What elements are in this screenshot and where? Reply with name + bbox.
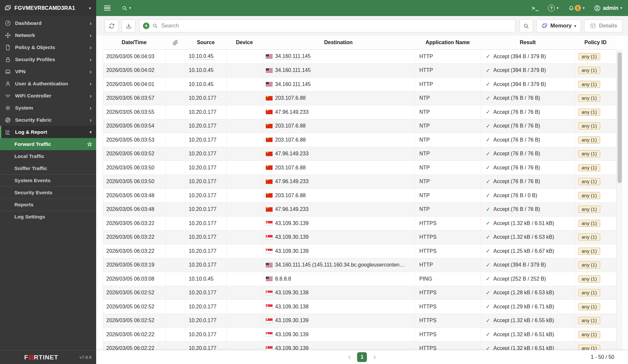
column-header-datetime[interactable]: Date/Time: [103, 36, 166, 49]
source-ip[interactable]: 10.10.0.45: [189, 53, 214, 60]
current-page-button[interactable]: 1: [357, 352, 367, 362]
destination-ip[interactable]: 34.160.111.145 (145.111.160.34.bc.google…: [275, 262, 405, 268]
destination-ip[interactable]: 43.109.30.139: [275, 234, 308, 240]
policy-badge[interactable]: any (1): [578, 53, 600, 60]
sidebar-item-security-events[interactable]: Security Events: [0, 186, 96, 199]
source-ip[interactable]: 10.20.0.177: [189, 290, 217, 296]
sidebar-item-security-profiles[interactable]: Security Profiles ›: [0, 53, 96, 65]
destination-ip[interactable]: 203.107.6.88: [275, 165, 305, 171]
help-menu[interactable]: ? ▾: [548, 5, 559, 11]
search-input[interactable]: [161, 22, 512, 29]
sidebar-item-wifi-controller[interactable]: WiFi Controller ›: [0, 90, 96, 102]
policy-badge[interactable]: any (1): [578, 95, 600, 102]
table-row[interactable]: 2026/03/05 06:04:03 10.10.0.45 34.160.11…: [103, 50, 616, 64]
policy-badge[interactable]: any (1): [578, 122, 600, 130]
sidebar-item-user-authentication[interactable]: User & Authentication ›: [0, 78, 96, 90]
policy-badge[interactable]: any (1): [578, 67, 600, 74]
destination-ip[interactable]: 43.109.30.139: [275, 248, 308, 254]
destination-ip[interactable]: 34.160.111.145: [275, 67, 311, 73]
policy-badge[interactable]: any (1): [578, 303, 600, 310]
destination-ip[interactable]: 47.96.149.233: [275, 109, 308, 115]
table-row[interactable]: 2026/03/05 06:03:48 10.20.0.177 203.107.…: [103, 189, 616, 203]
sidebar-item-log-report[interactable]: Log & Report ▾: [0, 126, 96, 138]
sidebar-item-dashboard[interactable]: Dashboard ›: [0, 17, 96, 29]
source-ip[interactable]: 10.20.0.177: [189, 345, 217, 350]
sidebar-item-local-traffic[interactable]: Local Traffic: [0, 150, 96, 162]
source-ip[interactable]: 10.20.0.177: [189, 179, 217, 184]
column-header-attachment[interactable]: [166, 36, 185, 49]
table-row[interactable]: 2026/03/05 06:03:57 10.20.0.177 203.107.…: [103, 92, 616, 106]
details-button[interactable]: Details: [584, 19, 623, 32]
policy-badge[interactable]: any (1): [578, 317, 600, 324]
sidebar-item-system[interactable]: System ›: [0, 102, 96, 114]
destination-ip[interactable]: 43.109.30.139: [275, 345, 308, 350]
destination-ip[interactable]: 43.109.30.138: [275, 290, 308, 296]
table-row[interactable]: 2026/03/05 06:02:52 10.20.0.177 43.109.3…: [103, 314, 616, 328]
policy-badge[interactable]: any (1): [578, 164, 600, 171]
sidebar-item-vpn[interactable]: VPN ›: [0, 65, 96, 78]
destination-ip[interactable]: 47.96.149.233: [275, 179, 308, 184]
table-row[interactable]: 2026/03/05 06:03:22 10.20.0.177 43.109.3…: [103, 217, 616, 231]
destination-ip[interactable]: 203.107.6.88: [275, 123, 305, 129]
table-row[interactable]: 2026/03/05 06:03:22 10.20.0.177 43.109.3…: [103, 244, 616, 258]
destination-ip[interactable]: 34.160.111.145: [275, 53, 311, 60]
policy-badge[interactable]: any (1): [578, 289, 600, 296]
sidebar-item-system-events[interactable]: System Events: [0, 174, 96, 186]
global-search-button[interactable]: ▾: [122, 5, 131, 11]
source-ip[interactable]: 10.20.0.177: [189, 332, 217, 338]
source-ip[interactable]: 10.20.0.177: [189, 318, 217, 323]
policy-badge[interactable]: any (1): [578, 178, 600, 185]
table-row[interactable]: 2026/03/05 06:03:22 10.20.0.177 43.109.3…: [103, 231, 616, 245]
policy-badge[interactable]: any (1): [578, 345, 600, 350]
policy-badge[interactable]: any (1): [578, 248, 600, 255]
sidebar-item-log-settings[interactable]: Log Settings: [0, 211, 96, 223]
table-row[interactable]: 2026/03/05 06:03:55 10.20.0.177 47.96.14…: [103, 105, 616, 119]
source-ip[interactable]: 10.20.0.177: [189, 262, 217, 268]
destination-ip[interactable]: 43.109.30.138: [275, 304, 308, 310]
table-scrollbar[interactable]: [616, 50, 623, 350]
column-header-destination[interactable]: Destination: [262, 36, 414, 49]
policy-badge[interactable]: any (1): [578, 109, 600, 116]
source-ip[interactable]: 10.20.0.177: [189, 109, 217, 115]
source-ip[interactable]: 10.20.0.177: [189, 95, 217, 101]
source-ip[interactable]: 10.20.0.177: [189, 220, 217, 226]
source-ip[interactable]: 10.20.0.177: [189, 151, 217, 157]
source-ip[interactable]: 10.20.0.177: [189, 304, 217, 310]
star-icon[interactable]: ☆: [87, 141, 92, 148]
source-ip[interactable]: 10.20.0.177: [189, 193, 217, 199]
table-row[interactable]: 2026/03/05 06:03:53 10.20.0.177 203.107.…: [103, 133, 616, 147]
destination-ip[interactable]: 203.107.6.88: [275, 95, 305, 101]
source-ip[interactable]: 10.10.0.45: [189, 67, 214, 73]
policy-badge[interactable]: any (1): [578, 81, 600, 88]
column-header-result[interactable]: Result: [481, 36, 575, 49]
add-filter-icon[interactable]: +: [143, 23, 149, 29]
policy-badge[interactable]: any (1): [578, 150, 600, 157]
source-ip[interactable]: 10.20.0.177: [189, 137, 217, 143]
notifications-menu[interactable]: 1 ▾: [568, 5, 585, 11]
destination-ip[interactable]: 203.107.6.88: [275, 193, 305, 199]
table-row[interactable]: 2026/03/05 06:03:50 10.20.0.177 47.96.14…: [103, 175, 616, 189]
policy-badge[interactable]: any (1): [578, 331, 600, 338]
table-row[interactable]: 2026/03/05 06:04:02 10.10.0.45 34.160.11…: [103, 64, 616, 78]
table-row[interactable]: 2026/03/05 06:02:52 10.20.0.177 43.109.3…: [103, 286, 616, 300]
destination-ip[interactable]: 47.96.149.233: [275, 151, 308, 157]
cli-console-icon[interactable]: >_: [532, 5, 539, 11]
table-row[interactable]: 2026/03/05 06:03:19 10.20.0.177 34.160.1…: [103, 258, 616, 272]
sidebar-item-network[interactable]: Network ›: [0, 29, 96, 41]
source-ip[interactable]: 10.20.0.177: [189, 206, 217, 212]
table-row[interactable]: 2026/03/05 06:04:01 10.10.0.45 34.160.11…: [103, 78, 616, 92]
sidebar-item-sniffer-traffic[interactable]: Sniffer Traffic: [0, 162, 96, 174]
table-row[interactable]: 2026/03/05 06:03:48 10.20.0.177 47.96.14…: [103, 203, 616, 217]
scrollbar-thumb[interactable]: [618, 52, 622, 183]
previous-page-icon[interactable]: ‹: [348, 354, 351, 361]
search-submit-button[interactable]: [519, 19, 533, 32]
policy-badge[interactable]: any (1): [578, 206, 600, 213]
source-ip[interactable]: 10.10.0.45: [189, 276, 214, 282]
destination-ip[interactable]: 47.96.149.233: [275, 206, 308, 212]
source-ip[interactable]: 10.10.0.45: [189, 81, 214, 87]
table-row[interactable]: 2026/03/05 06:03:08 10.10.0.45 8.8.8.8 P…: [103, 272, 616, 286]
destination-ip[interactable]: 34.160.111.145: [275, 81, 311, 87]
table-row[interactable]: 2026/03/05 06:03:54 10.20.0.177 203.107.…: [103, 119, 616, 133]
destination-ip[interactable]: 203.107.6.88: [275, 137, 305, 143]
refresh-button[interactable]: [105, 19, 118, 32]
